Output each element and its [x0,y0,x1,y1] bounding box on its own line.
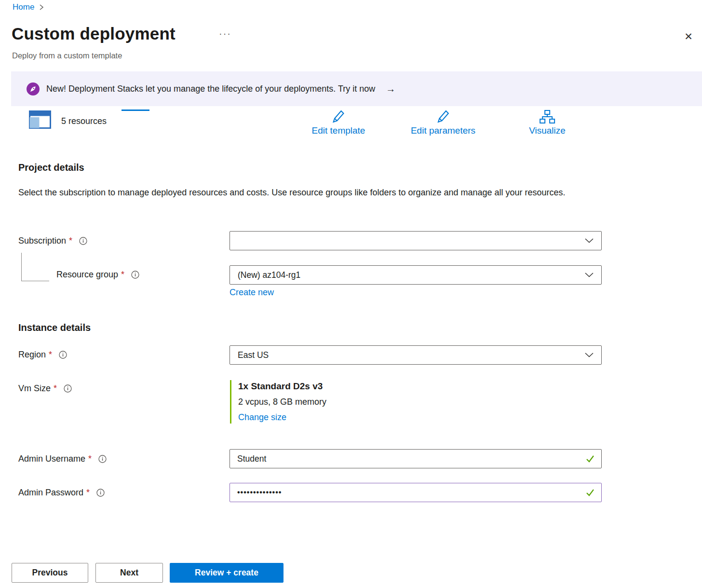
vm-size-summary: 1x Standard D2s v3 2 vcpus, 8 GB memory … [230,380,326,424]
review-create-button[interactable]: Review + create [170,563,284,583]
required-asterisk: * [86,488,90,498]
region-dropdown[interactable]: East US [230,345,602,365]
change-size-link[interactable]: Change size [238,412,326,423]
resource-group-label: Resource group [56,270,118,280]
admin-username-input[interactable] [230,449,602,468]
create-new-link[interactable]: Create new [230,287,274,298]
rocket-icon [27,82,40,96]
info-icon[interactable] [96,489,105,497]
vm-size-label-row: Vm Size * [18,383,72,394]
subscription-label-row: Subscription * [18,236,87,246]
admin-password-label: Admin Password [18,488,83,498]
vm-size-label: Vm Size [18,383,51,394]
banner-text: New! Deployment Stacks let you manage th… [46,84,375,94]
resource-group-label-row: Resource group * [56,270,139,280]
visualize-icon [539,109,555,124]
required-asterisk: * [88,454,92,464]
info-icon[interactable] [59,351,67,359]
region-label-row: Region * [18,350,67,360]
valid-check-icon [585,488,595,499]
indent-connector-line [21,253,49,281]
project-details-heading: Project details [18,162,84,173]
arrow-right-icon: → [386,83,395,95]
edit-template-label: Edit template [312,125,365,136]
vm-size-title: 1x Standard D2s v3 [238,381,326,392]
clipped-link-fragment [122,109,149,111]
admin-username-label: Admin Username [18,454,85,464]
vm-size-detail: 2 vcpus, 8 GB memory [238,397,326,407]
resource-group-dropdown[interactable]: (New) az104-rg1 [230,265,602,285]
resource-group-value: (New) az104-rg1 [238,270,300,280]
edit-template-button[interactable]: Edit template [312,109,365,136]
visualize-button[interactable]: Visualize [529,109,566,136]
info-icon[interactable] [64,384,72,393]
chevron-down-icon [585,238,594,243]
breadcrumb-home-link[interactable]: Home [13,2,34,12]
region-label: Region [18,350,46,360]
breadcrumb: Home [13,2,44,12]
project-details-description: Select the subscription to manage deploy… [18,185,573,200]
admin-password-input[interactable] [230,483,602,502]
chevron-down-icon [585,273,594,277]
deployment-stacks-banner[interactable]: New! Deployment Stacks let you manage th… [11,71,702,106]
chevron-right-icon [39,4,44,11]
pencil-icon [331,109,346,124]
info-icon[interactable] [98,455,107,463]
more-options-icon[interactable]: ··· [219,28,231,39]
subscription-label: Subscription [18,236,66,246]
instance-details-heading: Instance details [18,322,91,333]
admin-username-field-wrap [230,449,602,468]
page-subtitle: Deploy from a custom template [12,51,122,60]
required-asterisk: * [54,383,57,394]
admin-password-label-row: Admin Password * [18,488,105,498]
admin-username-label-row: Admin Username * [18,454,107,464]
required-asterisk: * [49,350,52,360]
previous-button[interactable]: Previous [12,563,88,583]
admin-password-field-wrap [230,483,602,502]
close-icon[interactable]: ✕ [681,29,696,44]
visualize-label: Visualize [529,125,566,136]
required-asterisk: * [69,236,72,246]
next-button[interactable]: Next [95,563,163,583]
subscription-dropdown[interactable] [230,231,602,250]
chevron-down-icon [585,353,594,357]
required-asterisk: * [121,270,124,280]
edit-parameters-button[interactable]: Edit parameters [411,109,475,136]
resource-count-label: 5 resources [61,116,107,126]
pencil-icon [435,109,451,124]
valid-check-icon [585,454,595,465]
edit-parameters-label: Edit parameters [411,125,475,136]
info-icon[interactable] [131,271,139,279]
info-icon[interactable] [79,237,87,245]
region-value: East US [238,350,269,360]
page-title: Custom deployment [12,24,176,43]
template-icon [29,110,51,131]
